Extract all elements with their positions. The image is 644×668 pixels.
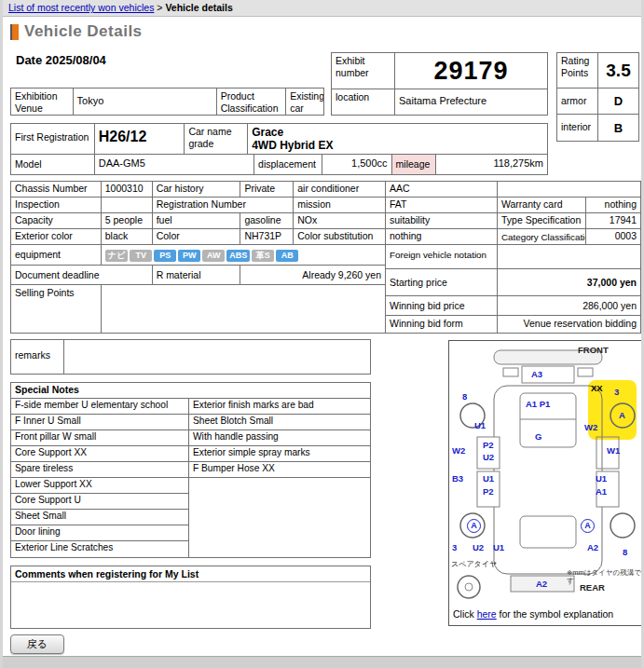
diagram-label: A: [619, 410, 625, 420]
type-specification-value: 17941: [586, 213, 640, 228]
breadcrumb-link-won-vehicles[interactable]: List of most recently won vehicles: [8, 2, 154, 13]
first-registration-label: First Registration: [11, 124, 95, 154]
equipment-badge: PS: [154, 250, 176, 262]
venue-label: Exhibition Venue: [11, 89, 74, 115]
color-substitution-value: nothing: [386, 229, 498, 244]
equipment-badges: ナビTVPSPWAWABS革SAB: [102, 245, 385, 265]
diagram-label: W2: [584, 422, 597, 432]
category-classification-label: Category Classification: [498, 229, 586, 244]
car-history-label: Car history: [153, 182, 241, 197]
fuel-label: fuel: [153, 213, 241, 228]
wheel-rear-right: [610, 513, 635, 538]
diagram-label: U2: [473, 542, 484, 552]
details-right: AAC FAT Warranty card nothing suitabilit…: [386, 182, 640, 333]
diagram-label: A1: [596, 486, 607, 497]
model-label: Model: [11, 155, 95, 174]
details-table: Chassis Number 1000310 Car history Priva…: [10, 181, 641, 334]
rating-points-label: Rating Points: [557, 53, 598, 88]
diagram-label: XX: [591, 383, 603, 393]
list-item: Lower Support XX: [11, 478, 188, 494]
model-value: DAA-GM5: [95, 155, 254, 174]
document-deadline-label: Document deadline: [11, 266, 153, 284]
displacement-label: displacement: [254, 155, 322, 174]
diagram-label: A: [581, 519, 595, 533]
empty-cell: [102, 198, 153, 212]
comments-title: Comments when registering for My List: [11, 566, 370, 582]
armor-value: D: [598, 89, 638, 114]
first-registration-value: H26/12: [95, 124, 185, 154]
list-item: Front pillar W small: [11, 430, 188, 446]
type-specification-label: Type Specification: [498, 213, 586, 228]
empty-cell: [498, 245, 640, 268]
symbol-explanation-link[interactable]: here: [477, 608, 497, 620]
diagram-label: G: [535, 431, 541, 442]
air-conditioner-value: AAC: [386, 182, 498, 197]
equipment-badge: AB: [276, 250, 298, 262]
diagram-label: U1: [474, 420, 486, 430]
exhibit-table: Exhibit number 29179 location Saitama Pr…: [331, 52, 548, 116]
air-conditioner-label: air conditioner: [294, 182, 385, 197]
location-value: Saitama Prefecture: [395, 89, 547, 115]
winning-bid-form-value: Venue reservation bidding: [498, 316, 640, 333]
armor-label: armor: [557, 89, 598, 114]
equipment-badge: 革S: [252, 250, 274, 262]
warranty-card-value: nothing: [586, 198, 640, 212]
equipment-badge: ABS: [226, 250, 250, 262]
diagram-label: P2: [483, 486, 494, 497]
mileage-label: mileage: [392, 155, 437, 174]
remarks-value: [64, 340, 370, 374]
inspection-label: Inspection: [11, 198, 102, 212]
color-substitution-label: Color substitution: [294, 229, 385, 244]
starting-price-label: Starting price: [386, 269, 498, 295]
list-item: Door lining: [11, 525, 188, 541]
rating-table: Rating Points 3.5 armor D interior B: [556, 52, 639, 142]
list-item: Sheet Blotch Small: [189, 415, 370, 430]
warranty-card-label: Warranty card: [498, 198, 586, 212]
nox-label: NOx: [294, 213, 385, 228]
auction-date: Date 2025/08/04: [16, 53, 106, 67]
mission-label: mission: [294, 198, 385, 212]
equipment-badge: TV: [130, 250, 152, 262]
diagram-label: 3: [614, 387, 619, 397]
mission-value: FAT: [386, 198, 498, 212]
car-grade: 4WD Hybrid EX: [252, 139, 543, 152]
equipment-badge: PW: [178, 250, 200, 262]
diagram-label: 8: [623, 547, 627, 557]
list-item: With handle passing: [189, 430, 370, 446]
registration-model-table: First Registration H26/12 Car name grade…: [10, 123, 548, 175]
diagram-label: 8: [462, 391, 467, 402]
diagram-spare-label: スペアタイヤ: [451, 559, 497, 569]
equipment-badge: ナビ: [105, 250, 128, 262]
diagram-label: A2: [536, 579, 547, 589]
diagram-front-label: FRONT: [578, 345, 609, 355]
list-item: Core Support U: [11, 494, 188, 510]
mileage-value: 118,275km: [436, 155, 547, 174]
bottom-bar: [3, 656, 641, 668]
exhibit-number-label: Exhibit number: [332, 53, 395, 89]
diagram-label: U1: [596, 473, 607, 484]
special-notes-right: Exterior finish marks are badSheet Blotc…: [189, 399, 370, 557]
diagram-label: A3: [531, 369, 542, 379]
car-damage-diagram: FRONT REAR スペアタイヤ ※mmはタイヤの残溝です A383XXAU1…: [448, 340, 644, 626]
list-item: Core Support XX: [11, 446, 188, 462]
vehicle-details-page: List of most recently won vehicles > Veh…: [0, 0, 644, 668]
interior-value: B: [598, 115, 638, 141]
color-label: Color: [153, 229, 241, 244]
diagram-label: 3: [452, 542, 457, 552]
special-notes-title: Special Notes: [11, 383, 370, 399]
chassis-label: Chassis Number: [11, 182, 102, 197]
exhibit-number-value: 29179: [395, 53, 547, 89]
page-title: Vehicle Details: [24, 22, 143, 41]
car-name-grade-label: Car name grade: [185, 124, 248, 154]
diagram-label: A2: [587, 542, 598, 552]
back-button[interactable]: 戻る: [10, 634, 64, 654]
remarks-label: remarks: [11, 340, 64, 374]
classification-label: Product Classification: [217, 89, 287, 115]
symbol-explanation-line: Click here for the symbol explanation: [453, 608, 613, 620]
venue-table: Exhibition Venue Tokyo Product Classific…: [10, 88, 324, 116]
spare-tire: [458, 576, 480, 598]
registration-number-label: Registration Number: [153, 198, 295, 212]
equipment-badge: AW: [202, 250, 225, 262]
diagram-label: W1: [607, 445, 620, 456]
list-item: Exterior simple spray marks: [189, 446, 370, 462]
